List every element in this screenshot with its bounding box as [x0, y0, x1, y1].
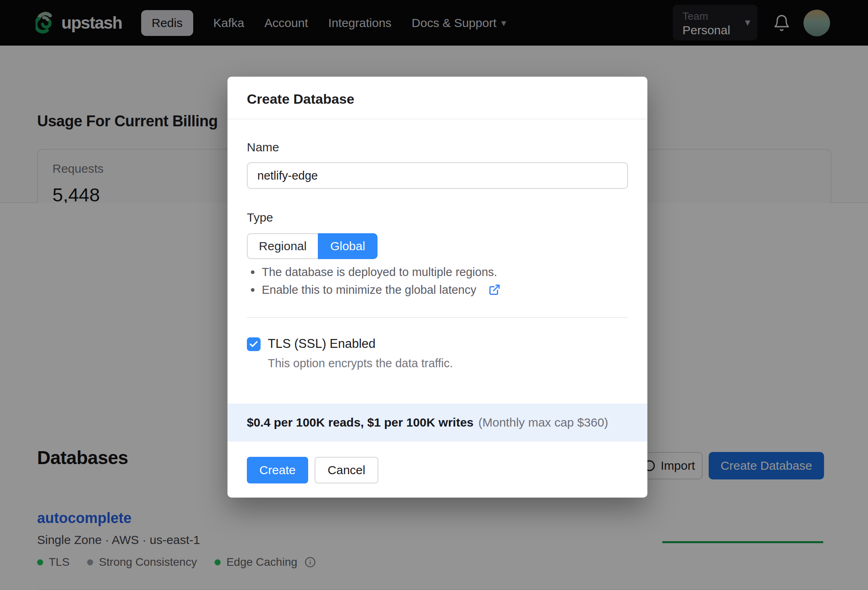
cancel-button[interactable]: Cancel [315, 457, 378, 483]
divider [227, 119, 647, 119]
pricing-note: (Monthly max cap $360) [478, 416, 608, 429]
divider [247, 317, 628, 318]
list-item: The database is deployed to multiple reg… [251, 263, 501, 281]
type-option-global[interactable]: Global [318, 233, 378, 259]
bullet-text: Enable this to minimize the global laten… [262, 283, 476, 297]
create-button[interactable]: Create [247, 457, 308, 483]
type-field-label: Type [247, 211, 273, 224]
modal-title: Create Database [247, 91, 354, 107]
pricing-banner: $0.4 per 100K reads, $1 per 100K writes … [227, 404, 647, 441]
tls-checkbox[interactable] [247, 337, 261, 351]
bullet-dot-icon [251, 270, 255, 274]
external-link-icon[interactable] [488, 284, 501, 296]
type-description-list: The database is deployed to multiple reg… [251, 263, 501, 299]
bullet-dot-icon [251, 288, 255, 292]
create-database-modal: Create Database Name Type Regional Globa… [227, 77, 647, 498]
check-icon [249, 339, 259, 349]
list-item: Enable this to minimize the global laten… [251, 281, 501, 299]
tls-description: This option encrypts the data traffic. [268, 357, 453, 370]
type-option-regional[interactable]: Regional [247, 233, 318, 259]
type-segmented-control: Regional Global [247, 233, 378, 259]
name-field-label: Name [247, 140, 279, 154]
pricing-text: $0.4 per 100K reads, $1 per 100K writes [247, 416, 474, 429]
bullet-text: The database is deployed to multiple reg… [262, 266, 497, 279]
database-name-input[interactable] [247, 162, 628, 189]
tls-checkbox-label: TLS (SSL) Enabled [268, 337, 376, 351]
app-root: upstash Redis Kafka Account Integrations… [0, 0, 868, 590]
